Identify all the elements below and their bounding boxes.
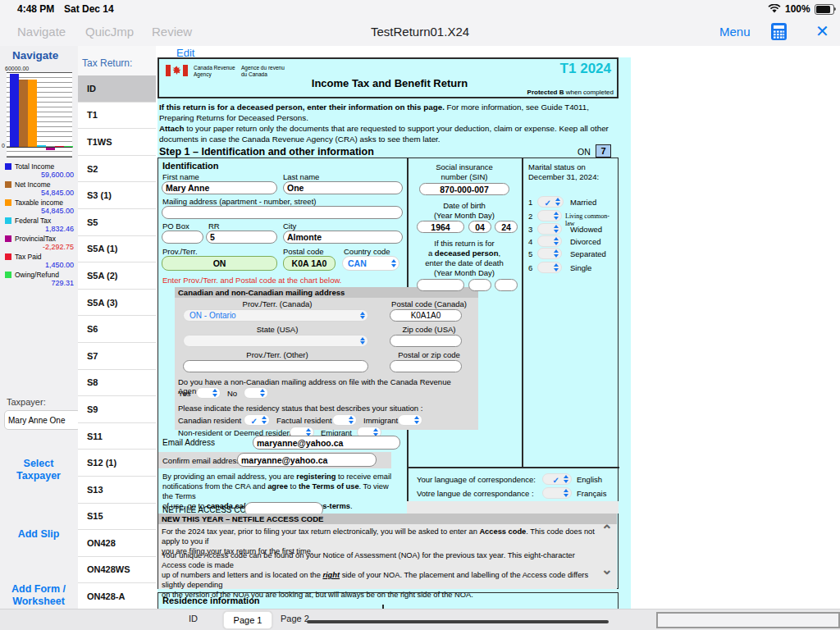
return-item-s5a1[interactable]: S5A (1) xyxy=(78,236,156,263)
email-field[interactable]: maryanne@yahoo.ca xyxy=(253,436,400,450)
legend-value: -2,292.75 xyxy=(5,243,75,251)
state-select[interactable] xyxy=(183,335,368,347)
res-canadian-stepper[interactable] xyxy=(244,414,270,426)
return-item-s3[interactable]: S3 (1) xyxy=(78,182,156,209)
return-item-on428[interactable]: ON428 xyxy=(78,530,156,557)
language-fr-stepper[interactable] xyxy=(542,487,572,499)
marital-separated-stepper[interactable] xyxy=(537,248,562,259)
return-item-t1ws[interactable]: T1WS xyxy=(78,129,156,156)
res-immigrant-label: Immigrant xyxy=(363,416,398,425)
sin-field[interactable]: 870-000-007 xyxy=(419,183,509,195)
return-item-s7[interactable]: S7 xyxy=(78,343,156,370)
scroll-down-icon[interactable]: ⌄ xyxy=(601,561,613,578)
mailing-address-field[interactable] xyxy=(162,206,403,219)
last-name-field[interactable]: One xyxy=(283,181,403,194)
city-field[interactable]: Almonte xyxy=(283,231,403,244)
nav-quicjmp[interactable]: QuicJmp xyxy=(85,25,134,39)
column-divider xyxy=(522,158,523,467)
birth-day-field[interactable]: 24 xyxy=(495,221,518,233)
prov-other-field[interactable] xyxy=(183,360,368,372)
calculator-icon[interactable] xyxy=(770,22,788,41)
sin-label-2: number (SIN) xyxy=(407,172,522,181)
legend-value: 1,450.00 xyxy=(5,261,75,269)
first-name-field[interactable]: Mary Anne xyxy=(162,181,277,194)
return-item-s5a2[interactable]: S5A (2) xyxy=(78,262,156,290)
chart-plot xyxy=(10,73,73,148)
marital-single-stepper[interactable] xyxy=(537,262,562,273)
netfile-section-header: NEW THIS YEAR – NETFILE ACCESS CODE xyxy=(158,514,617,524)
tab-page2[interactable]: Page 2 xyxy=(281,614,309,623)
close-icon[interactable]: ✕ xyxy=(815,21,829,41)
marital-commonlaw-stepper[interactable] xyxy=(537,210,562,221)
marital-divorced-stepper[interactable] xyxy=(537,235,562,247)
no-stepper[interactable] xyxy=(244,387,268,399)
postal-zip-field[interactable] xyxy=(390,360,462,372)
death-month-field[interactable] xyxy=(468,279,491,291)
legend-item: Owing/Refund 729.31 xyxy=(5,271,75,287)
return-item-s12[interactable]: S12 (1) xyxy=(78,450,156,477)
return-item-s11[interactable]: S11 xyxy=(78,423,156,450)
postal-ca-field[interactable]: K0A1A0 xyxy=(390,309,462,322)
taxpayer-field[interactable]: Mary Anne One xyxy=(4,410,81,430)
prov-terr-field[interactable]: ON xyxy=(162,256,277,271)
add-form-worksheet-button[interactable]: Add Form / Worksheet xyxy=(6,583,71,608)
menu-button[interactable]: Menu xyxy=(719,25,751,39)
battery-icon xyxy=(815,4,834,15)
birth-year-field[interactable]: 1964 xyxy=(417,221,464,233)
select-taxpayer-button[interactable]: Select Taxpayer xyxy=(6,458,71,482)
country-code-label: Country code xyxy=(344,247,390,256)
language-en-stepper[interactable] xyxy=(542,473,572,485)
add-slip-button[interactable]: Add Slip xyxy=(6,528,71,541)
return-item-s2[interactable]: S2 xyxy=(78,156,156,183)
chart-bar xyxy=(28,80,37,148)
chart-bar xyxy=(46,148,55,150)
death-day-field[interactable] xyxy=(495,279,518,291)
zip-field[interactable] xyxy=(390,335,462,347)
res-factual-stepper[interactable] xyxy=(332,414,357,426)
return-item-t1[interactable]: T1 xyxy=(78,103,156,130)
prov-ca-select[interactable]: ON - Ontario xyxy=(183,309,368,322)
return-item-on428a[interactable]: ON428-A xyxy=(78,583,156,610)
taxpayer-label: Taxpayer: xyxy=(7,397,46,407)
legend-item: Taxable income 54,845.00 xyxy=(5,199,75,215)
marital-num-3: 3 xyxy=(528,225,532,234)
death-year-field[interactable] xyxy=(417,279,464,291)
stepper-icon[interactable] xyxy=(391,259,396,267)
return-item-s5[interactable]: S5 xyxy=(78,209,156,236)
return-item-s9[interactable]: S9 xyxy=(78,396,156,423)
province-code-box[interactable]: 7 xyxy=(596,144,611,158)
marital-married-stepper[interactable] xyxy=(537,196,564,208)
return-item-s5a3[interactable]: S5A (3) xyxy=(78,290,156,317)
nav-navigate[interactable]: Navigate xyxy=(17,25,66,39)
return-item-s15[interactable]: S15 xyxy=(78,504,156,531)
province-code-label: ON xyxy=(578,147,591,157)
stepper-icon[interactable] xyxy=(360,337,365,345)
city-label: City xyxy=(283,221,296,231)
sidebar: Navigate 60000.00 0 Total Income 59,600.… xyxy=(0,46,78,609)
country-code-select[interactable]: CAN xyxy=(342,256,399,271)
return-item-s6[interactable]: S6 xyxy=(78,316,156,343)
yes-stepper[interactable] xyxy=(196,387,221,399)
return-item-on428ws[interactable]: ON428WS xyxy=(78,557,156,584)
chart-yzero-label: 0 xyxy=(2,143,5,148)
return-item-id[interactable]: ID xyxy=(78,75,156,103)
confirm-email-field[interactable]: maryanne@yahoo.ca xyxy=(237,453,377,467)
bottom-tab-bar: ID Page 1 Page 2 xyxy=(0,609,840,630)
horizontal-scrollbar[interactable] xyxy=(307,620,609,623)
rr-field[interactable]: 5 xyxy=(206,231,277,244)
tab-id[interactable]: ID xyxy=(189,614,198,623)
marital-widowed-stepper[interactable] xyxy=(537,223,562,235)
pobox-field[interactable] xyxy=(162,231,203,244)
return-item-s8[interactable]: S8 xyxy=(78,370,156,397)
stepper-icon[interactable] xyxy=(360,312,365,320)
scroll-up-icon[interactable]: ⌃ xyxy=(601,522,613,539)
form-area: Edit Canada RevenueAgency Agence du reve… xyxy=(156,46,840,609)
postal-code-field[interactable]: K0A 1A0 xyxy=(283,256,336,271)
res-immigrant-stepper[interactable] xyxy=(398,414,422,426)
postal-code-label: Postal code xyxy=(283,247,324,256)
tab-page1[interactable]: Page 1 xyxy=(223,611,272,629)
nav-review[interactable]: Review xyxy=(152,25,192,39)
birth-month-field[interactable]: 04 xyxy=(468,221,491,233)
return-item-s13[interactable]: S13 xyxy=(78,477,156,504)
page-nav-box[interactable] xyxy=(656,612,840,628)
